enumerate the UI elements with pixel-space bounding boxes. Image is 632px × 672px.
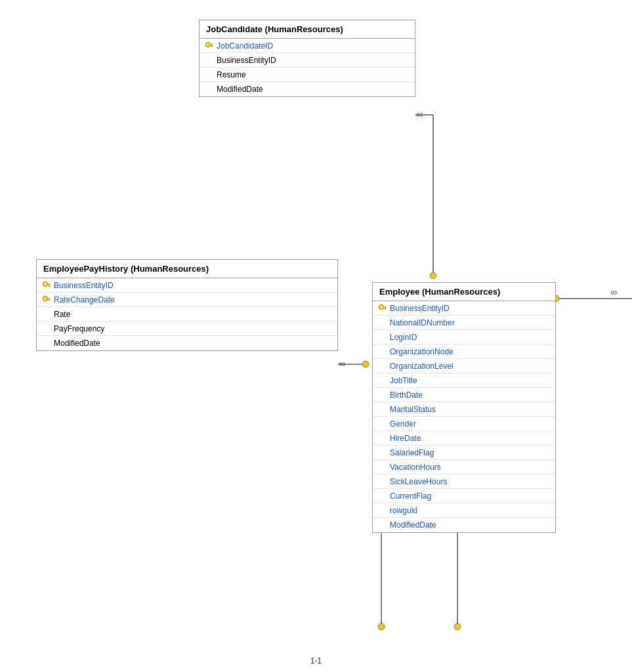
svg-point-20 bbox=[43, 296, 48, 301]
table-employeepayhistory-body: BusinessEntityID RateChangeDate Rate bbox=[37, 278, 337, 350]
key-icon bbox=[378, 304, 387, 313]
table-row: NationalIDNumber bbox=[373, 316, 555, 330]
table-employee-body: BusinessEntityID NationalIDNumber LoginI… bbox=[373, 301, 555, 532]
table-row: BusinessEntityID bbox=[373, 301, 555, 316]
table-jobcandidate: JobCandidate (HumanResources) JobCandida… bbox=[199, 20, 415, 97]
svg-rect-19 bbox=[49, 285, 50, 286]
svg-rect-24 bbox=[383, 306, 387, 308]
column-name: ModifiedDate bbox=[390, 520, 436, 530]
svg-point-23 bbox=[379, 304, 384, 309]
column-name: HireDate bbox=[390, 434, 421, 443]
svg-rect-15 bbox=[210, 44, 213, 45]
column-name: BusinessEntityID bbox=[390, 304, 450, 313]
column-name: BusinessEntityID bbox=[217, 56, 276, 65]
table-jobcandidate-title: JobCandidate (HumanResources) bbox=[200, 20, 415, 39]
page-number: 1-1 bbox=[310, 656, 322, 665]
svg-text:∞: ∞ bbox=[610, 287, 617, 297]
table-row: Resume bbox=[200, 68, 415, 82]
column-name: OrganizationLevel bbox=[390, 362, 453, 371]
svg-point-2 bbox=[430, 272, 436, 279]
table-row: SalariedFlag bbox=[373, 446, 555, 460]
table-row: PayFrequency bbox=[37, 322, 337, 336]
table-row: BusinessEntityID bbox=[37, 278, 337, 293]
svg-point-17 bbox=[43, 282, 48, 286]
svg-rect-21 bbox=[47, 298, 51, 299]
table-employee-title: Employee (HumanResources) bbox=[373, 283, 555, 301]
table-row: CurrentFlag bbox=[373, 489, 555, 503]
table-row: BusinessEntityID bbox=[200, 53, 415, 68]
column-name: BirthDate bbox=[390, 390, 423, 400]
column-name: JobCandidateID bbox=[217, 41, 273, 51]
table-employeepayhistory-title: EmployeePayHistory (HumanResources) bbox=[37, 260, 337, 278]
key-icon bbox=[42, 295, 51, 304]
svg-point-14 bbox=[206, 42, 211, 47]
svg-rect-22 bbox=[49, 299, 50, 301]
column-name: ModifiedDate bbox=[54, 339, 100, 348]
table-row: ModifiedDate bbox=[373, 518, 555, 532]
svg-text:∞: ∞ bbox=[339, 358, 345, 369]
table-row: ModifiedDate bbox=[37, 336, 337, 350]
column-name: CurrentFlag bbox=[390, 492, 431, 501]
key-icon bbox=[42, 281, 51, 290]
column-name: SalariedFlag bbox=[390, 448, 434, 457]
column-name: OrganizationNode bbox=[390, 347, 453, 356]
column-name: PayFrequency bbox=[54, 324, 104, 333]
svg-point-7 bbox=[378, 623, 385, 630]
column-name: Rate bbox=[54, 310, 70, 319]
column-name: MaritalStatus bbox=[390, 405, 436, 414]
column-name: JobTitle bbox=[390, 376, 417, 385]
diagram-canvas: ∞ ∞ ∞ JobCandidate (HumanResources) bbox=[0, 0, 632, 672]
table-row: MaritalStatus bbox=[373, 402, 555, 417]
table-row: Rate bbox=[37, 307, 337, 322]
column-name: NationalIDNumber bbox=[390, 318, 455, 327]
table-row: SickLeaveHours bbox=[373, 474, 555, 489]
column-name: BusinessEntityID bbox=[54, 281, 114, 290]
table-row: HireDate bbox=[373, 431, 555, 446]
svg-rect-25 bbox=[385, 308, 386, 309]
table-row: JobTitle bbox=[373, 373, 555, 388]
svg-rect-16 bbox=[211, 45, 213, 47]
column-name: VacationHours bbox=[390, 463, 441, 472]
column-name: SickLeaveHours bbox=[390, 477, 447, 486]
table-row: OrganizationNode bbox=[373, 345, 555, 359]
table-row: rowguid bbox=[373, 503, 555, 518]
column-name: LoginID bbox=[390, 333, 417, 342]
table-row: OrganizationLevel bbox=[373, 359, 555, 373]
column-name: RateChangeDate bbox=[54, 295, 115, 304]
table-employee: Employee (HumanResources) BusinessEntity… bbox=[372, 282, 556, 533]
svg-rect-18 bbox=[47, 284, 51, 285]
svg-point-6 bbox=[362, 361, 369, 368]
key-icon bbox=[205, 41, 214, 51]
svg-point-9 bbox=[454, 623, 461, 630]
table-row: RateChangeDate bbox=[37, 293, 337, 307]
column-name: Gender bbox=[390, 419, 416, 429]
table-row: JobCandidateID bbox=[200, 39, 415, 53]
table-employeepayhistory: EmployeePayHistory (HumanResources) Busi… bbox=[36, 259, 338, 351]
table-row: BirthDate bbox=[373, 388, 555, 402]
table-row: VacationHours bbox=[373, 460, 555, 474]
svg-text:∞: ∞ bbox=[416, 109, 423, 119]
table-row: Gender bbox=[373, 417, 555, 431]
table-row: ModifiedDate bbox=[200, 82, 415, 96]
column-name: rowguid bbox=[390, 506, 417, 515]
table-row: LoginID bbox=[373, 330, 555, 345]
column-name: Resume bbox=[217, 70, 246, 79]
table-jobcandidate-body: JobCandidateID BusinessEntityID Resume M… bbox=[200, 39, 415, 96]
column-name: ModifiedDate bbox=[217, 85, 263, 94]
